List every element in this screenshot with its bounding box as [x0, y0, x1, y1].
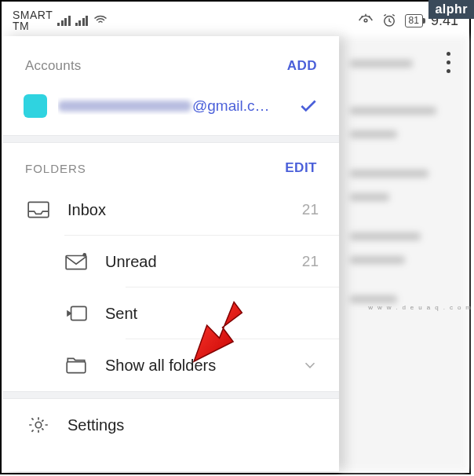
account-color-swatch: [24, 94, 47, 118]
signal-1-icon: [57, 15, 71, 26]
all-folders-icon: [64, 355, 88, 375]
folder-label: Inbox: [67, 201, 285, 219]
folder-count: 21: [302, 201, 319, 218]
chevron-down-icon: [301, 357, 319, 374]
alarm-icon: [381, 13, 397, 28]
section-divider: [3, 135, 339, 143]
watermark: www.deuaq.com: [368, 304, 474, 311]
folder-unread[interactable]: Unread 21: [64, 236, 339, 287]
redacted-name: [58, 101, 191, 112]
inbox-icon: [27, 200, 50, 220]
edit-folders-button[interactable]: EDIT: [285, 160, 317, 176]
svg-rect-5: [67, 362, 86, 373]
battery-level: 81: [409, 15, 419, 27]
check-icon: [298, 96, 319, 116]
sent-icon: [64, 303, 88, 324]
folders-header: FOLDERS EDIT: [3, 143, 339, 184]
add-account-button[interactable]: ADD: [287, 58, 317, 74]
svg-point-0: [364, 19, 367, 22]
navigation-drawer: Accounts ADD @gmail.c… FOLDERS EDIT Inbo…: [3, 36, 339, 471]
folder-sent[interactable]: Sent: [64, 287, 339, 339]
folder-label: Sent: [105, 305, 301, 323]
svg-point-4: [82, 253, 86, 257]
status-bar: SMART TM 81 9:41: [2, 2, 469, 36]
carrier-label: SMART TM: [13, 9, 53, 31]
folder-list: Inbox 21 Unread 21 Sent Show all folders: [3, 184, 339, 391]
account-email-suffix: @gmail.c…: [192, 97, 269, 115]
folder-label: Unread: [105, 253, 285, 271]
settings-item[interactable]: Settings: [3, 399, 339, 451]
folder-count: 21: [302, 253, 319, 270]
battery-icon: 81: [405, 14, 423, 27]
signal-2-icon: [75, 15, 89, 26]
svg-point-6: [35, 422, 42, 428]
account-email: @gmail.c…: [58, 97, 287, 115]
account-row[interactable]: @gmail.c…: [3, 88, 339, 135]
accounts-label: Accounts: [25, 58, 82, 74]
svg-rect-3: [66, 256, 86, 269]
settings-label: Settings: [67, 416, 319, 434]
folder-label: Show all folders: [105, 357, 284, 375]
unread-icon: [64, 251, 88, 272]
accounts-header: Accounts ADD: [3, 36, 339, 88]
folder-inbox[interactable]: Inbox 21: [3, 184, 339, 236]
alphr-badge: alphr: [428, 0, 474, 19]
gear-icon: [27, 415, 50, 435]
eye-off-icon: [358, 13, 374, 28]
section-divider: [3, 391, 339, 399]
svg-rect-2: [28, 202, 49, 217]
wifi-icon: [93, 13, 108, 28]
background-email-list: [339, 36, 468, 471]
overflow-menu-button[interactable]: [447, 52, 450, 73]
folders-label: FOLDERS: [25, 162, 86, 175]
folder-show-all[interactable]: Show all folders: [64, 339, 339, 391]
